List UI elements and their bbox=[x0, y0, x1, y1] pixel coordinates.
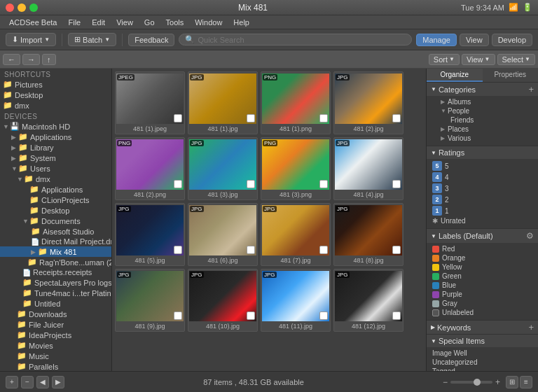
tree-untitled[interactable]: 📁 Untitled bbox=[0, 298, 111, 309]
select-checkbox[interactable] bbox=[319, 246, 328, 254]
thumbnail-item[interactable]: JPG481 (6).jpg bbox=[188, 203, 258, 266]
tree-mix481[interactable]: ▶ 📁 Mix 481 bbox=[0, 246, 111, 257]
tree-movies[interactable]: 📁 Movies bbox=[0, 340, 111, 351]
file-grid[interactable]: JPEG481 (1).jpegJPG481 (1).jpgPNG481 (1)… bbox=[112, 69, 426, 371]
maximize-button[interactable] bbox=[29, 4, 38, 12]
nav-back-button[interactable]: ← bbox=[3, 54, 20, 65]
add-keyword-button[interactable]: + bbox=[528, 323, 534, 332]
rating-unrated[interactable]: ✱ Unrated bbox=[429, 216, 535, 225]
label-red[interactable]: Red bbox=[429, 244, 535, 253]
special-image-well[interactable]: Image Well bbox=[429, 349, 535, 358]
select-checkbox[interactable] bbox=[319, 114, 328, 122]
rating-3[interactable]: 3 3 bbox=[429, 183, 535, 194]
nav-next-button[interactable]: ▶ bbox=[52, 376, 64, 388]
tab-properties[interactable]: Properties bbox=[483, 69, 539, 82]
thumbnail-item[interactable]: JPG481 (2).jpg bbox=[333, 71, 404, 134]
add-category-button[interactable]: + bbox=[528, 85, 534, 94]
remove-item-button[interactable]: − bbox=[21, 376, 34, 388]
thumbnail-item[interactable]: JPG481 (8).jpg bbox=[333, 203, 404, 266]
rating-5[interactable]: 5 5 bbox=[429, 160, 535, 172]
thumbnail-item[interactable]: JPG481 (1).jpg bbox=[188, 71, 258, 134]
label-orange[interactable]: Orange bbox=[429, 253, 535, 262]
select-checkbox[interactable] bbox=[392, 114, 401, 122]
thumbnail-item[interactable]: JPG481 (4).jpg bbox=[333, 137, 404, 200]
view-button[interactable]: View bbox=[460, 34, 489, 46]
folder-tree[interactable]: Shortcuts 📁 Pictures 📁 Desktop 📁 dmx DEV… bbox=[0, 69, 112, 371]
search-box[interactable]: 🔍 bbox=[179, 34, 412, 46]
select-checkbox[interactable] bbox=[247, 180, 255, 188]
thumbnail-item[interactable]: PNG481 (3).png bbox=[261, 137, 331, 200]
tab-organize[interactable]: Organize bbox=[427, 69, 483, 82]
tree-library[interactable]: ▶ 📁 Library bbox=[0, 142, 111, 153]
menu-edit[interactable]: Edit bbox=[87, 18, 110, 27]
zoom-slider[interactable] bbox=[450, 381, 492, 384]
thumbnail-item[interactable]: JPG481 (10).jpg bbox=[188, 269, 258, 332]
thumbnail-item[interactable]: JPG481 (9).jpg bbox=[115, 269, 185, 332]
view-options-button[interactable]: View ▼ bbox=[462, 54, 495, 65]
select-button[interactable]: Select ▼ bbox=[497, 54, 536, 65]
menu-file[interactable]: File bbox=[63, 18, 85, 27]
select-checkbox[interactable] bbox=[174, 114, 182, 122]
sort-button[interactable]: Sort ▼ bbox=[429, 54, 460, 65]
shortcut-dmx[interactable]: 📁 dmx bbox=[0, 100, 111, 111]
search-input[interactable] bbox=[198, 36, 406, 44]
tree-tune4mac[interactable]: 📁 Tune4mac i...ter Platinum bbox=[0, 288, 111, 298]
tree-receipts[interactable]: 📄 Receipts.receipts bbox=[0, 267, 111, 277]
close-button[interactable] bbox=[6, 4, 14, 12]
select-checkbox[interactable] bbox=[392, 312, 401, 320]
tree-applications2[interactable]: ▶ 📁 Applications bbox=[0, 184, 111, 195]
tree-desktop2[interactable]: ▶ 📁 Desktop bbox=[0, 205, 111, 216]
select-checkbox[interactable] bbox=[174, 312, 182, 320]
tree-macintosh-hd[interactable]: ▼ 💾 Macintosh HD bbox=[0, 121, 111, 132]
add-item-button[interactable]: + bbox=[6, 376, 18, 388]
select-checkbox[interactable] bbox=[392, 180, 401, 188]
tree-filejuicer[interactable]: 📁 File Juicer bbox=[0, 319, 111, 330]
menu-window[interactable]: Window bbox=[190, 18, 227, 27]
thumbnail-item[interactable]: PNG481 (2).png bbox=[115, 137, 185, 200]
labels-header[interactable]: ▼ Labels (Default) ⚙ bbox=[427, 229, 538, 243]
rating-2[interactable]: 2 2 bbox=[429, 194, 535, 205]
label-gray[interactable]: Gray bbox=[429, 299, 535, 308]
thumbnail-item[interactable]: JPG481 (12).jpg bbox=[333, 269, 404, 332]
rating-4[interactable]: 4 4 bbox=[429, 172, 535, 183]
menu-help[interactable]: Help bbox=[228, 18, 254, 27]
category-various[interactable]: ▶ Various bbox=[429, 134, 535, 143]
shortcut-pictures[interactable]: 📁 Pictures bbox=[0, 79, 111, 90]
thumbnail-item[interactable]: JPG481 (11).jpg bbox=[261, 269, 331, 332]
tree-aisesoft[interactable]: 📁 Aisesoft Studio bbox=[0, 226, 111, 237]
nav-forward-button[interactable]: → bbox=[22, 54, 40, 65]
select-checkbox[interactable] bbox=[247, 312, 255, 320]
tree-downloads[interactable]: 📁 Downloads bbox=[0, 309, 111, 319]
keywords-header[interactable]: ▶ Keywords + bbox=[427, 321, 538, 334]
import-button[interactable]: ⬇ Import ▼ bbox=[6, 33, 56, 46]
special-items-header[interactable]: ▼ Special Items bbox=[427, 335, 538, 347]
label-blue[interactable]: Blue bbox=[429, 281, 535, 290]
tree-parallels[interactable]: 📁 Parallels bbox=[0, 361, 111, 371]
thumbnail-item[interactable]: JPG481 (7).jpg bbox=[261, 203, 331, 266]
thumbnail-item[interactable]: JPEG481 (1).jpeg bbox=[115, 71, 185, 134]
zoom-plus-icon[interactable]: + bbox=[495, 377, 500, 387]
thumbnail-item[interactable]: JPG481 (5).jpg bbox=[115, 203, 185, 266]
label-yellow[interactable]: Yellow bbox=[429, 262, 535, 272]
special-uncategorized[interactable]: Uncategorized bbox=[429, 358, 535, 367]
feedback-button[interactable]: Feedback bbox=[128, 34, 174, 46]
select-checkbox[interactable] bbox=[247, 114, 255, 122]
develop-button[interactable]: Develop bbox=[492, 34, 532, 46]
detail-view-button[interactable]: ≡ bbox=[520, 376, 532, 388]
category-albums[interactable]: ▶ Albums bbox=[429, 97, 535, 106]
select-checkbox[interactable] bbox=[247, 246, 255, 254]
label-green[interactable]: Green bbox=[429, 272, 535, 281]
menu-go[interactable]: Go bbox=[139, 18, 160, 27]
special-tagged[interactable]: Tagged bbox=[429, 367, 535, 371]
menu-view[interactable]: View bbox=[111, 18, 138, 27]
tree-music[interactable]: 📁 Music bbox=[0, 351, 111, 361]
labels-settings-button[interactable]: ⚙ bbox=[526, 231, 534, 241]
nav-up-button[interactable]: ↑ bbox=[42, 54, 56, 65]
category-people[interactable]: ▼ People bbox=[429, 106, 535, 115]
tree-applications[interactable]: ▶ 📁 Applications bbox=[0, 132, 111, 142]
nav-prev-button[interactable]: ◀ bbox=[36, 376, 49, 388]
rating-1[interactable]: 1 1 bbox=[429, 205, 535, 216]
batch-button[interactable]: ⊞ Batch ▼ bbox=[68, 33, 116, 46]
select-checkbox[interactable] bbox=[174, 180, 182, 188]
category-places[interactable]: ▶ Places bbox=[429, 125, 535, 134]
